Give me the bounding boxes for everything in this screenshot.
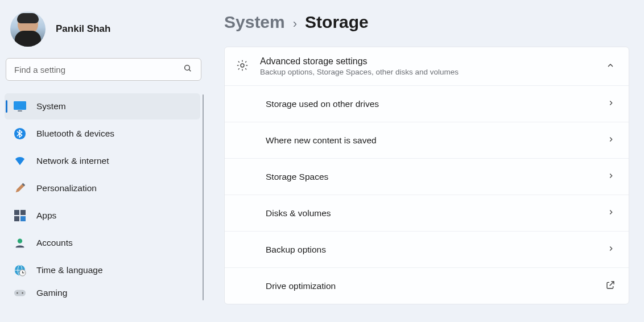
- advanced-storage-card: Advanced storage settings Backup options…: [224, 47, 629, 304]
- sidebar-item-label: Bluetooth & devices: [36, 129, 114, 139]
- svg-rect-4: [18, 110, 22, 112]
- sidebar-item-label: Gaming: [36, 288, 67, 298]
- svg-rect-9: [20, 216, 26, 221]
- paintbrush-icon: [14, 182, 26, 195]
- sidebar-item-system[interactable]: System: [5, 93, 200, 119]
- person-icon: [14, 237, 26, 249]
- svg-point-17: [22, 292, 23, 294]
- row-label: Drive optimization: [266, 281, 606, 291]
- svg-point-10: [18, 239, 22, 243]
- chevron-right-icon: [607, 99, 615, 109]
- sidebar-item-apps[interactable]: Apps: [5, 203, 200, 229]
- row-label: Storage used on other drives: [266, 99, 607, 109]
- svg-line-19: [610, 282, 614, 286]
- row-label: Storage Spaces: [266, 172, 607, 182]
- breadcrumb: System › Storage: [224, 13, 629, 32]
- main-panel: System › Storage Advanced storage settin…: [205, 0, 644, 322]
- row-drive-optimization[interactable]: Drive optimization: [225, 267, 629, 304]
- breadcrumb-parent[interactable]: System: [224, 13, 285, 32]
- sidebar-item-label: Time & language: [36, 265, 103, 275]
- sidebar-item-time-language[interactable]: Time & language: [5, 257, 200, 283]
- row-disks-volumes[interactable]: Disks & volumes: [225, 195, 629, 231]
- row-storage-spaces[interactable]: Storage Spaces: [225, 158, 629, 195]
- page-title: Storage: [305, 13, 369, 32]
- nav-scroll-indicator: [203, 94, 204, 300]
- search-wrap: [6, 58, 201, 81]
- card-title: Advanced storage settings: [260, 56, 595, 67]
- chevron-right-icon: [607, 172, 615, 182]
- svg-rect-15: [14, 290, 26, 296]
- wifi-icon: [14, 155, 26, 167]
- sidebar-item-label: Accounts: [36, 238, 73, 248]
- svg-rect-8: [14, 216, 19, 221]
- apps-icon: [14, 209, 26, 222]
- row-label: Where new content is saved: [266, 135, 607, 146]
- row-backup-options[interactable]: Backup options: [225, 231, 629, 267]
- chevron-right-icon: [607, 245, 615, 255]
- sidebar-item-label: Personalization: [36, 183, 97, 193]
- sidebar: Pankil Shah System Bluetooth & devices N…: [0, 0, 205, 322]
- sidebar-item-gaming[interactable]: Gaming: [5, 284, 200, 302]
- sidebar-item-bluetooth[interactable]: Bluetooth & devices: [5, 121, 200, 147]
- sidebar-item-label: System: [36, 101, 66, 112]
- bluetooth-icon: [14, 127, 26, 140]
- row-storage-other-drives[interactable]: Storage used on other drives: [225, 85, 629, 122]
- sidebar-item-network[interactable]: Network & internet: [5, 148, 200, 174]
- globe-clock-icon: [14, 264, 26, 276]
- chevron-right-icon: [607, 208, 615, 218]
- gamepad-icon: [14, 287, 26, 299]
- svg-rect-7: [20, 210, 26, 215]
- sidebar-item-personalization[interactable]: Personalization: [5, 175, 200, 201]
- display-icon: [14, 100, 26, 113]
- sidebar-item-label: Apps: [36, 210, 56, 221]
- profile-block[interactable]: Pankil Shah: [5, 7, 205, 56]
- svg-rect-6: [14, 210, 19, 215]
- svg-point-0: [185, 65, 190, 71]
- search-input[interactable]: [6, 58, 201, 81]
- row-where-new-content[interactable]: Where new content is saved: [225, 122, 629, 158]
- username: Pankil Shah: [56, 23, 110, 35]
- svg-point-16: [16, 292, 18, 294]
- svg-line-1: [189, 69, 191, 71]
- sidebar-item-accounts[interactable]: Accounts: [5, 230, 200, 256]
- sidebar-item-label: Network & internet: [36, 156, 109, 166]
- row-label: Disks & volumes: [266, 208, 607, 218]
- card-titles: Advanced storage settings Backup options…: [260, 56, 595, 76]
- svg-point-18: [241, 64, 244, 67]
- chevron-right-icon: [607, 135, 615, 146]
- svg-rect-3: [14, 101, 26, 110]
- advanced-storage-header[interactable]: Advanced storage settings Backup options…: [225, 47, 629, 85]
- external-link-icon: [606, 280, 615, 292]
- chevron-right-icon: ›: [293, 16, 297, 31]
- chevron-up-icon: [606, 61, 615, 72]
- row-label: Backup options: [266, 245, 607, 255]
- avatar: [10, 11, 46, 47]
- search-icon[interactable]: [183, 64, 192, 75]
- card-subtitle: Backup options, Storage Spaces, other di…: [260, 68, 595, 76]
- gear-icon: [236, 59, 249, 74]
- nav-list: System Bluetooth & devices Network & int…: [5, 93, 205, 302]
